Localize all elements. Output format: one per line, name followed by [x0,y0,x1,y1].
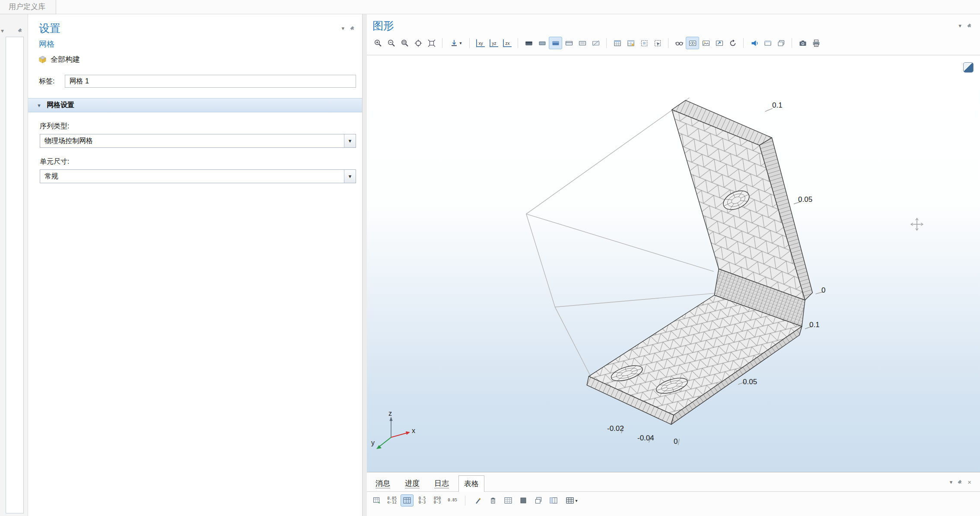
collapsed-panel-strip: ▾ [0,14,28,516]
tab-messages[interactable]: 消息 [370,475,395,491]
small-panel-icon [764,39,772,48]
zoom-box-icon [401,39,409,48]
tab-progress[interactable]: 进度 [400,475,425,491]
axis-tick-label: 0.05 [743,378,757,386]
arrow-frame-button[interactable] [713,37,726,49]
tab-log[interactable]: 日志 [429,475,454,491]
dark-panel-icon [525,39,533,48]
slashed-panel-button[interactable] [589,37,602,49]
go-to-default-view-button[interactable]: ▾ [446,37,465,49]
element-size-select[interactable]: 常规 ▼ [40,169,356,183]
framed-view-icon [653,39,662,48]
section-mesh-settings[interactable]: ▼ 网格设置 [28,98,362,112]
grid-window-button[interactable] [611,37,624,49]
go-to-default-view-icon [450,39,458,48]
panel-divider[interactable] [363,14,367,516]
panel-menu-caret-icon[interactable]: ▾ [341,25,344,32]
close-icon[interactable]: × [967,478,971,486]
canvas-context-button[interactable] [963,62,974,73]
blue-panel-button[interactable] [549,37,562,49]
view-xy-plane-button[interactable]: xy [474,37,487,49]
zoom-out-button[interactable] [385,37,398,49]
graphics-toolbar: ▾ xy yz zx [367,33,980,50]
zoom-extents-button[interactable] [425,37,438,49]
image-view-icon [702,39,710,48]
dark-panel-button[interactable] [522,37,535,49]
axis-tick-label: 0 [821,286,825,295]
sequence-type-select[interactable]: 物理场控制网格 ▼ [40,134,356,148]
axis-tick-label: 0.1 [772,101,783,110]
transparency-glasses-icon [675,39,684,48]
triad-z-label: z [388,410,392,417]
scientific-notation-button[interactable]: 0.50-3 [416,494,429,506]
printer-icon [812,39,821,48]
grid-window-alt-icon [627,39,635,48]
color-swatch-button[interactable] [517,494,530,506]
camera-icon [799,39,807,48]
eye-panel-button[interactable] [686,37,699,49]
panel-menu-caret-icon[interactable]: ▾ [958,22,961,29]
table-columns-button[interactable] [547,494,560,506]
small-panel-button[interactable] [761,37,774,49]
pin-icon[interactable] [957,479,963,485]
full-precision-button[interactable]: 8.85e-12 [385,494,398,506]
view-yz-plane-button[interactable]: yz [487,37,500,49]
pin-icon[interactable] [350,25,355,31]
toolbar-separator [792,38,792,48]
zoom-extents-icon [427,39,436,48]
dropdown-arrow-icon: ▼ [344,170,356,183]
zoom-selected-button[interactable] [411,37,425,49]
outline-panel-button[interactable] [562,37,576,49]
panel-menu-caret-icon[interactable]: ▾ [950,479,953,485]
zoom-out-icon [387,39,396,48]
zoom-in-button[interactable] [371,37,385,49]
collapsed-panel-frame[interactable] [6,37,24,513]
stacked-panels-button[interactable] [774,37,788,49]
build-all-button[interactable]: 全部构建 [38,54,362,64]
table-view-button[interactable] [502,494,515,506]
graphics-panel-title: 图形 [372,19,394,33]
comsol-window: 用户定义库 ▾ 设置 ▾ 网格 [0,0,980,516]
toolbar-separator [668,38,668,48]
section-title: 网格设置 [47,101,74,110]
table-refresh-button[interactable] [370,494,383,506]
information-panel: 消息 进度 日志 表格 ▾ × 8.85e-12 0.50-3 8500-3 0 [367,472,980,516]
engineering-notation-button[interactable]: 8500-3 [431,494,444,506]
automatic-notation-button[interactable] [401,494,414,506]
transparency-button[interactable] [672,37,686,49]
table-toolbar: 8.85e-12 0.50-3 8500-3 0.85 ▾ [367,492,980,506]
chevron-down-icon[interactable]: ▾ [1,27,4,34]
decimal-notation-button[interactable]: 0.85 [446,494,459,506]
label-field-label: 标签: [39,77,54,86]
section-collapse-icon: ▼ [37,103,41,108]
graphics-canvas[interactable]: 0.1 0.05 0 0.1 0.05 -0.02 -0.04 0 [367,55,980,472]
paint-table-button[interactable] [471,494,484,506]
reset-view-button[interactable] [726,37,739,49]
grid-window-alt-button[interactable] [624,37,637,49]
tab-table[interactable]: 表格 [458,475,484,492]
pin-icon[interactable] [967,23,972,29]
framed-view-button[interactable] [651,37,664,49]
image-view-button[interactable] [699,37,713,49]
shaded-panel-button[interactable] [535,37,549,49]
table-options-button[interactable]: ▾ [562,494,581,506]
clear-table-button[interactable] [487,494,500,506]
toolbar-separator [743,38,744,48]
build-mesh-icon [38,55,47,64]
zoom-box-button[interactable] [398,37,411,49]
table-refresh-icon [372,496,381,505]
tab-user-defined-library[interactable]: 用户定义库 [0,0,56,14]
label-input[interactable] [65,75,356,88]
speaker-button[interactable] [748,37,761,49]
shaded-panel-icon [538,39,547,48]
view-zx-plane-button[interactable]: zx [500,37,514,49]
top-bar: 用户定义库 [0,0,980,14]
print-button[interactable] [809,37,823,49]
boxed-view-button[interactable] [637,37,651,49]
slashed-panel-icon [592,39,600,48]
snapshot-button[interactable] [796,37,809,49]
copy-table-button[interactable] [532,494,545,506]
lined-panel-button[interactable] [576,37,589,49]
view-yz-icon: yz [490,39,498,47]
pin-icon[interactable] [17,28,23,33]
